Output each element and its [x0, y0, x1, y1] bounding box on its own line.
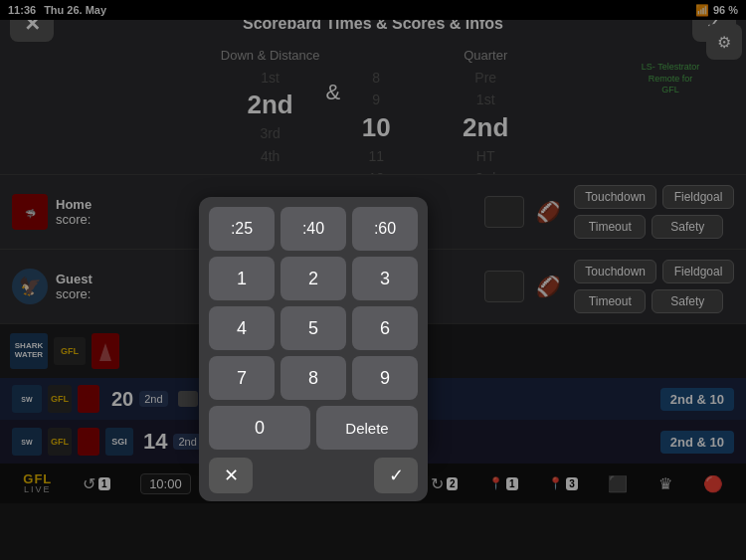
numpad-9[interactable]: 9 — [352, 356, 418, 400]
numpad-5[interactable]: 5 — [280, 306, 346, 350]
numpad-cancel-button[interactable]: ✕ — [209, 458, 253, 493]
numpad: :25 :40 :60 1 2 3 4 5 6 7 — [199, 197, 428, 450]
numpad-0[interactable]: 0 — [209, 406, 310, 450]
numpad-3[interactable]: 3 — [352, 257, 418, 300]
numpad-4[interactable]: 4 — [209, 306, 275, 350]
numpad-1[interactable]: 1 — [209, 257, 275, 300]
numpad-6[interactable]: 6 — [352, 306, 418, 350]
numpad-grid: :25 :40 :60 1 2 3 4 5 6 7 — [209, 207, 418, 400]
numpad-action-bar: ✕ ✓ — [199, 450, 428, 501]
numpad-delete[interactable]: Delete — [316, 406, 418, 450]
numpad-shortcut-25[interactable]: :25 — [209, 207, 275, 251]
numpad-7[interactable]: 7 — [209, 356, 275, 400]
numpad-2[interactable]: 2 — [280, 257, 346, 300]
numpad-confirm-icon: ✓ — [389, 465, 404, 486]
numpad-8[interactable]: 8 — [280, 356, 346, 400]
numpad-shortcut-60[interactable]: :60 — [352, 207, 418, 251]
numpad-bottom-row: 0 Delete — [209, 406, 418, 450]
numpad-confirm-button[interactable]: ✓ — [374, 458, 418, 493]
numpad-shortcut-40[interactable]: :40 — [280, 207, 346, 251]
numpad-cancel-icon: ✕ — [224, 465, 239, 486]
